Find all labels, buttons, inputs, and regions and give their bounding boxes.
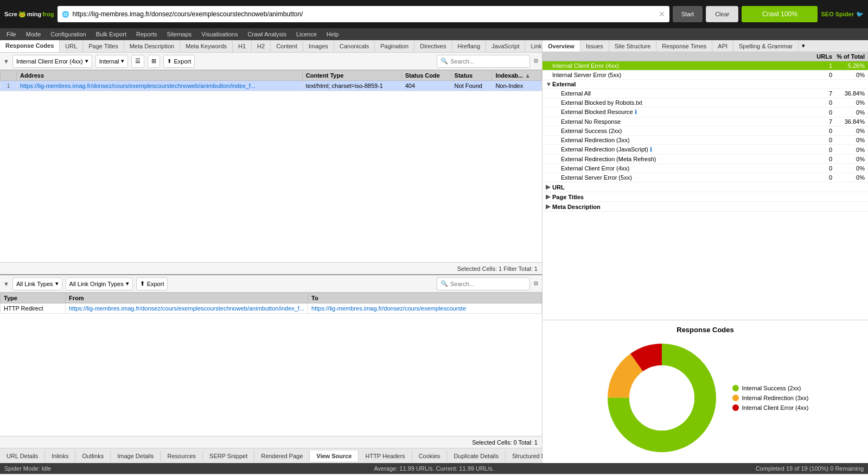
tab-pagination[interactable]: Pagination: [375, 41, 414, 52]
tree-row[interactable]: External Redirection (JavaScript) ℹ00%: [542, 145, 868, 155]
tree-row[interactable]: ▼External: [542, 80, 868, 89]
tree-row[interactable]: Internal Server Error (5xx)00%: [542, 71, 868, 80]
tree-row[interactable]: ▶Page Titles: [542, 192, 868, 202]
tree-row[interactable]: Internal Client Error (4xx)15.26%: [542, 61, 868, 71]
tab-url[interactable]: URL: [60, 41, 83, 52]
tree-row[interactable]: External No Response736.84%: [542, 117, 868, 126]
tree-row[interactable]: External All736.84%: [542, 89, 868, 98]
export-button[interactable]: ⬆ Export: [163, 55, 195, 68]
url-input[interactable]: [73, 10, 655, 18]
bottom-tab-http-headers[interactable]: HTTP Headers: [359, 451, 412, 461]
bottom-tab-duplicate-details[interactable]: Duplicate Details: [447, 451, 506, 461]
menu-item-configuration[interactable]: Configuration: [46, 30, 90, 39]
right-tab-overview[interactable]: Overview: [542, 41, 580, 52]
col-content-type[interactable]: Content Type: [302, 71, 401, 81]
right-tab-site-structure[interactable]: Site Structure: [609, 41, 657, 52]
tab-images[interactable]: Images: [303, 41, 334, 52]
menu-item-crawl-analysis[interactable]: Crawl Analysis: [243, 30, 291, 39]
bottom-tab-rendered-page[interactable]: Rendered Page: [254, 451, 310, 461]
tab-h2[interactable]: H2: [252, 41, 271, 52]
main-search-input[interactable]: [450, 58, 526, 65]
col-status[interactable]: Status: [451, 71, 492, 81]
tree-row[interactable]: External Client Error (4xx)00%: [542, 164, 868, 173]
tab-content[interactable]: Content: [271, 41, 303, 52]
donut-chart: [602, 338, 722, 458]
tree-row[interactable]: External Redirection (Meta Refresh)00%: [542, 155, 868, 164]
start-button[interactable]: Start: [673, 6, 703, 22]
tree-view-button[interactable]: ⊞: [148, 55, 160, 68]
bottom-table-row[interactable]: HTTP Redirect https://lig-membres.imag.f…: [1, 303, 542, 314]
bottom-filter-settings-icon[interactable]: ⚙: [533, 280, 539, 287]
bottom-export-button[interactable]: ⬆ Export: [136, 277, 168, 290]
tab-h1[interactable]: H1: [233, 41, 252, 52]
tree-item-pct: 0%: [832, 165, 865, 172]
tab-meta-description[interactable]: Meta Description: [124, 41, 181, 52]
tree-item-pct: 0%: [832, 72, 865, 78]
link-types-dropdown[interactable]: All Link Types ▾: [12, 277, 62, 290]
bottom-tab-image-details[interactable]: Image Details: [111, 451, 161, 461]
right-tab-spelling-&-grammar[interactable]: Spelling & Grammar: [733, 41, 799, 52]
advanced-filter-icon[interactable]: ⚙: [533, 58, 539, 65]
bottom-col-from[interactable]: From: [66, 293, 308, 303]
spider-mode: Spider Mode: Idle: [4, 465, 219, 472]
tree-item-count: 0: [805, 109, 832, 116]
bottom-tab-url-details[interactable]: URL Details: [0, 451, 45, 461]
tab-response-codes[interactable]: Response Codes: [0, 40, 60, 52]
bottom-tab-resources[interactable]: Resources: [161, 451, 203, 461]
tab-meta-keywords[interactable]: Meta Keywords: [180, 41, 233, 52]
tree-row[interactable]: External Redirection (3xx)00%: [542, 136, 868, 145]
tab-directives[interactable]: Directives: [414, 41, 452, 52]
link-origin-dropdown[interactable]: All Link Origin Types ▾: [66, 277, 133, 290]
menu-item-bulk-export[interactable]: Bulk Export: [92, 30, 131, 39]
right-tab-issues[interactable]: Issues: [580, 41, 609, 52]
bottom-tab-serp-snippet[interactable]: SERP Snippet: [203, 451, 254, 461]
list-view-button[interactable]: ☰: [131, 55, 144, 68]
tree-toggle-icon[interactable]: ▼: [546, 81, 552, 87]
clear-button[interactable]: Clear: [706, 6, 738, 22]
tree-toggle-icon[interactable]: ▶: [546, 183, 552, 191]
crawl-button[interactable]: Crawl 100%: [742, 6, 818, 22]
seo-spider-label: SEO Spider 🐦: [821, 11, 864, 18]
tree-row[interactable]: External Server Error (5xx)00%: [542, 173, 868, 182]
tab-links[interactable]: Links: [525, 41, 542, 52]
tree-row[interactable]: ▶Meta Description: [542, 202, 868, 212]
col-indexability[interactable]: Indexab... ▲: [492, 71, 542, 81]
tab-javascript[interactable]: JavaScript: [486, 41, 525, 52]
menu-item-help[interactable]: Help: [322, 30, 343, 39]
filter-icon: ▼: [3, 58, 9, 65]
status-filter-dropdown[interactable]: Internal Client Error (4xx) ▾: [12, 55, 92, 68]
menu-item-licence[interactable]: Licence: [292, 30, 321, 39]
col-address[interactable]: Address: [17, 71, 303, 81]
menu-item-reports[interactable]: Reports: [132, 30, 162, 39]
chart-area: Response Codes Internal Success (2xx) In…: [542, 320, 868, 463]
bottom-col-to[interactable]: To: [308, 293, 542, 303]
bottom-tab-inlinks[interactable]: Inlinks: [45, 451, 75, 461]
menu-item-file[interactable]: File: [2, 30, 21, 39]
right-tab-response-times[interactable]: Response Times: [656, 41, 712, 52]
tab-page-titles[interactable]: Page Titles: [83, 41, 124, 52]
bottom-tab-view-source[interactable]: View Source: [310, 451, 359, 461]
tree-toggle-icon[interactable]: ▶: [546, 193, 552, 200]
tab-canonicals[interactable]: Canonicals: [334, 41, 375, 52]
menu-item-mode[interactable]: Mode: [22, 30, 46, 39]
bottom-tab-outlinks[interactable]: Outlinks: [75, 451, 111, 461]
url-close-icon[interactable]: ✕: [659, 10, 665, 18]
tab-hreflang[interactable]: Hreflang: [452, 41, 487, 52]
bottom-tab-cookies[interactable]: Cookies: [412, 451, 448, 461]
tree-row[interactable]: ▶URL: [542, 182, 868, 192]
right-tabs-more-button[interactable]: ▾: [799, 40, 808, 52]
right-tab-api[interactable]: API: [712, 41, 733, 52]
bottom-col-type[interactable]: Type: [1, 293, 66, 303]
tree-row[interactable]: External Success (2xx)00%: [542, 126, 868, 136]
menu-item-sitemaps[interactable]: Sitemaps: [162, 30, 196, 39]
col-status-code[interactable]: Status Code: [401, 71, 451, 81]
tree-row[interactable]: External Blocked Resource ℹ00%: [542, 107, 868, 117]
tree-toggle-icon[interactable]: ▶: [546, 203, 552, 210]
table-row[interactable]: 1 https://lig-membres.imag.fr/donsez/cou…: [1, 81, 542, 91]
bottom-search-input[interactable]: [450, 281, 526, 287]
type-filter-dropdown[interactable]: Internal ▾: [95, 55, 129, 68]
info-icon[interactable]: ℹ: [633, 109, 637, 115]
info-icon[interactable]: ℹ: [648, 146, 652, 153]
tree-row[interactable]: External Blocked by Robots.txt00%: [542, 98, 868, 107]
menu-item-visualisations[interactable]: Visualisations: [197, 30, 242, 39]
